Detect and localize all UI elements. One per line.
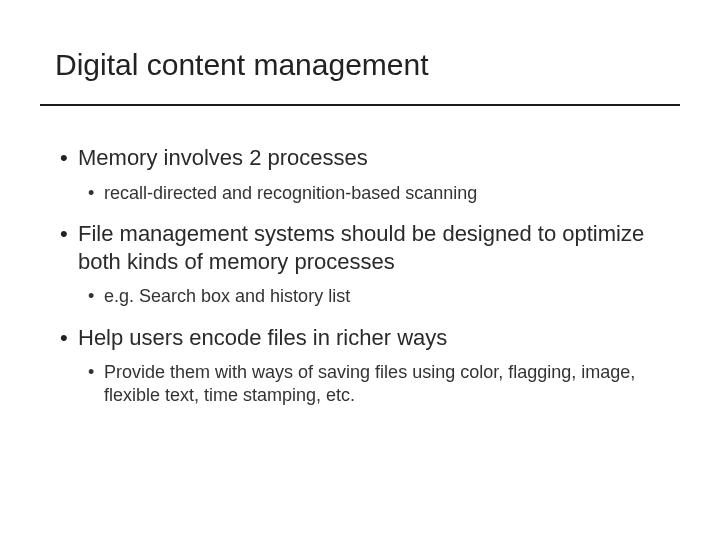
slide-body: Memory involves 2 processes recall-direc… xyxy=(60,130,668,422)
title-underline xyxy=(40,104,680,106)
bullet-level1: Memory involves 2 processes xyxy=(60,144,668,172)
slide-title: Digital content management xyxy=(55,48,429,82)
bullet-level1: File management systems should be design… xyxy=(60,220,668,275)
bullet-level2: Provide them with ways of saving files u… xyxy=(60,361,668,406)
bullet-level2: recall-directed and recognition-based sc… xyxy=(60,182,668,205)
bullet-level2: e.g. Search box and history list xyxy=(60,285,668,308)
bullet-level1: Help users encode files in richer ways xyxy=(60,324,668,352)
slide: Digital content management Memory involv… xyxy=(0,0,720,540)
